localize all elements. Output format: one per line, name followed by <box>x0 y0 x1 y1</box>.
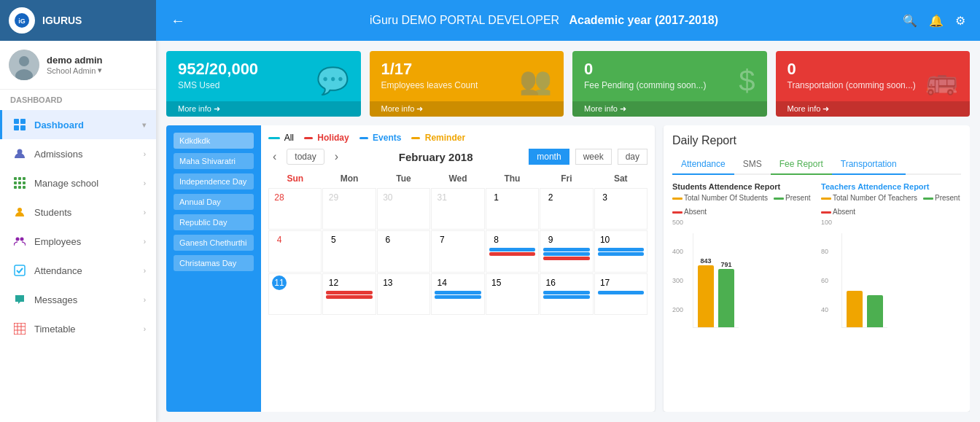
teachers-chart-legend: Total Number Of Teachers Present Absent <box>821 194 961 216</box>
tab-transportation[interactable]: Transportation <box>832 155 906 175</box>
table-row[interactable]: 30 <box>377 188 430 230</box>
cal-prev-button[interactable]: ‹ <box>268 149 281 165</box>
sidebar: iG IGURUS demo admin School Admin ▾ Dash… <box>0 0 156 422</box>
chevron-icon: ▾ <box>142 121 146 129</box>
event-annual-day[interactable]: Annual Day <box>174 194 254 210</box>
day-fri: Fri <box>540 171 593 187</box>
day-sun: Sun <box>268 171 322 187</box>
bar-group-teachers-present <box>867 295 883 327</box>
fee-pending-footer[interactable]: More info ➜ <box>572 101 767 117</box>
event-maha-shivaratri[interactable]: Maha Shivaratri <box>174 153 254 169</box>
employees-leaves-footer[interactable]: More info ➜ <box>370 101 564 117</box>
sidebar-item-timetable[interactable]: Timetable › <box>0 314 156 343</box>
chevron-icon: › <box>144 150 146 158</box>
svg-point-19 <box>18 208 22 212</box>
tab-sms[interactable]: SMS <box>734 155 771 175</box>
students-bars: 843 791 <box>693 233 739 328</box>
table-row[interactable]: 15 <box>486 273 539 315</box>
cal-today-button[interactable]: today <box>287 149 324 165</box>
table-row[interactable]: 5 <box>322 230 376 272</box>
teachers-attendance-chart: Teachers Attendence Report Total Number … <box>821 182 961 403</box>
svg-rect-23 <box>14 323 26 335</box>
sidebar-item-messages[interactable]: Messages › <box>0 285 156 314</box>
sidebar-item-attendance-label: Attendance <box>34 265 136 276</box>
settings-icon[interactable]: ⚙ <box>955 14 965 28</box>
sms-footer[interactable]: More info ➜ <box>166 101 361 117</box>
table-row[interactable]: 2 <box>540 188 593 230</box>
bar-total-teachers <box>847 291 863 327</box>
svg-rect-22 <box>15 265 25 276</box>
chevron-icon: › <box>144 296 146 304</box>
sidebar-item-messages-label: Messages <box>34 294 136 305</box>
user-role: School Admin ▾ <box>47 66 147 75</box>
header-title: iGuru DEMO PORTAL DEVELOPER Academic yea… <box>197 14 891 27</box>
cal-month-view-button[interactable]: month <box>529 149 569 165</box>
cal-next-button[interactable]: › <box>330 149 343 165</box>
chevron-icon: › <box>144 208 146 216</box>
transportation-icon: 🚌 <box>925 66 958 96</box>
teachers-chart-title: Teachers Attendence Report <box>821 182 961 191</box>
calendar-header: ‹ today › February 2018 month week day <box>268 149 648 165</box>
report-tabs: Attendance SMS Fee Report Transportation <box>672 155 961 175</box>
chevron-icon: › <box>144 179 146 187</box>
table-row[interactable]: 8 <box>486 230 539 272</box>
table-row[interactable]: 4 <box>268 230 322 272</box>
table-row[interactable]: 1 <box>486 188 539 230</box>
sidebar-item-admissions-label: Admissions <box>34 149 136 160</box>
svg-rect-14 <box>18 181 21 184</box>
table-row[interactable]: 31 <box>431 188 484 230</box>
user-name: demo admin <box>47 55 147 66</box>
table-row[interactable]: 14 <box>431 273 484 315</box>
search-icon[interactable]: 🔍 <box>903 14 917 28</box>
calendar-events-list: Kdkdkdk Maha Shivaratri Independence Day… <box>166 125 261 412</box>
svg-rect-10 <box>14 177 17 180</box>
chevron-icon: › <box>144 267 146 275</box>
day-mon: Mon <box>322 171 376 187</box>
sidebar-item-dashboard-label: Dashboard <box>34 120 135 130</box>
table-row[interactable]: 29 <box>322 188 376 230</box>
sidebar-item-admissions[interactable]: Admissions › <box>0 139 156 168</box>
tab-attendance[interactable]: Attendance <box>672 155 734 175</box>
cal-day-view-button[interactable]: day <box>618 149 648 165</box>
cal-month-title: February 2018 <box>349 151 523 163</box>
event-christamas-day[interactable]: Christamas Day <box>174 255 254 271</box>
header-icons: 🔍 🔔 ⚙ <box>903 14 965 28</box>
sidebar-item-manage-school[interactable]: Manage school › <box>0 168 156 198</box>
chevron-icon: › <box>144 238 146 246</box>
event-kdkdkdk[interactable]: Kdkdkdk <box>174 133 254 149</box>
table-row[interactable]: 13 <box>377 273 430 315</box>
manage-school-icon <box>12 176 27 190</box>
event-independence-day[interactable]: Independence Day <box>174 173 254 189</box>
sidebar-item-dashboard[interactable]: Dashboard ▾ <box>0 110 156 139</box>
table-row[interactable]: 28 <box>268 188 322 230</box>
table-row[interactable]: 12 <box>322 273 376 315</box>
tab-fee-report[interactable]: Fee Report <box>771 155 832 175</box>
table-row[interactable]: 3 <box>594 188 648 230</box>
sidebar-item-employees[interactable]: Employees › <box>0 227 156 256</box>
bell-icon[interactable]: 🔔 <box>929 14 944 28</box>
transportation-footer[interactable]: More info ➜ <box>776 101 971 117</box>
fee-pending-label: Fee Pending (comming soon...) <box>584 80 755 90</box>
cal-week-view-button[interactable]: week <box>575 149 612 165</box>
y-axis-teachers: 100806040 <box>821 219 832 313</box>
students-attendance-chart: Students Attendence Report Total Number … <box>672 182 812 403</box>
table-row[interactable]: 16 <box>540 273 593 315</box>
table-row[interactable]: 9 <box>540 230 593 272</box>
svg-point-20 <box>16 238 20 241</box>
table-row[interactable]: 11 <box>268 273 322 315</box>
table-row[interactable]: 17 <box>594 273 648 315</box>
table-row[interactable]: 6 <box>377 230 430 272</box>
table-row[interactable]: 10 <box>594 230 648 272</box>
stat-cards: 952/20,000 SMS Used 💬 More info ➜ 1/17 E… <box>166 51 970 117</box>
sidebar-item-attendance[interactable]: Attendance › <box>0 256 156 285</box>
bar-present-students <box>718 269 734 327</box>
bar-group-teachers-total <box>847 291 863 327</box>
event-republic-day[interactable]: Republic Day <box>174 214 254 230</box>
sidebar-item-students[interactable]: Students › <box>0 198 156 227</box>
sidebar-item-manage-school-label: Manage school <box>34 178 136 189</box>
event-ganesh-chethurthi[interactable]: Ganesh Chethurthi <box>174 235 254 251</box>
table-row[interactable]: 7 <box>431 230 484 272</box>
svg-rect-15 <box>23 181 26 184</box>
back-button[interactable]: ← <box>171 12 185 29</box>
calendar-section: Kdkdkdk Maha Shivaratri Independence Day… <box>166 125 655 412</box>
